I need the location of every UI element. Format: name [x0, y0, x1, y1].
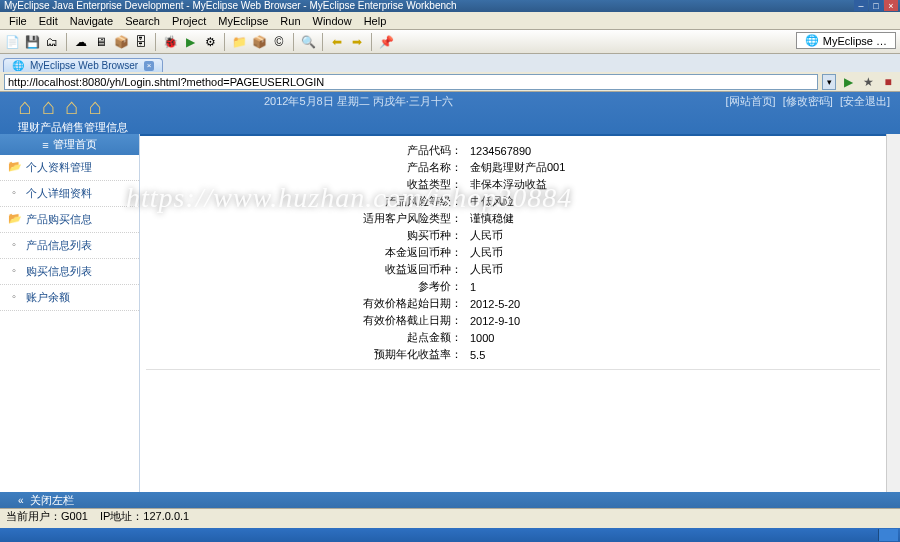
url-dropdown-icon[interactable]: ▾	[822, 74, 836, 90]
sidebar-item-purchase-list[interactable]: 购买信息列表	[0, 259, 139, 285]
new-icon[interactable]: 📄	[4, 34, 20, 50]
sidebar-item-label: 账户余额	[26, 291, 70, 303]
detail-value: 5.5	[470, 349, 485, 361]
detail-value: 人民币	[470, 245, 503, 260]
window-titlebar: MyEclipse Java Enterprise Development - …	[0, 0, 900, 12]
detail-row: 起点金额：1000	[140, 329, 886, 346]
deploy-icon[interactable]: 📦	[113, 34, 129, 50]
url-input[interactable]	[4, 74, 818, 90]
menu-myeclipse[interactable]: MyEclipse	[212, 15, 274, 27]
detail-row: 购买币种：人民币	[140, 227, 886, 244]
detail-border	[146, 369, 880, 370]
debug-icon[interactable]: 🐞	[162, 34, 178, 50]
server-icon[interactable]: 🖥	[93, 34, 109, 50]
link-change-password[interactable]: [修改密码]	[783, 95, 833, 107]
back-icon[interactable]: ⬅	[329, 34, 345, 50]
menu-run[interactable]: Run	[274, 15, 306, 27]
collapse-sidebar-bar[interactable]: « 关闭左栏	[0, 492, 900, 508]
detail-row: 参考价：1	[140, 278, 886, 295]
sidebar-item-balance[interactable]: 账户余额	[0, 285, 139, 311]
window-title: MyEclipse Java Enterprise Development - …	[4, 0, 457, 11]
detail-row: 收益类型：非保本浮动收益	[140, 176, 886, 193]
detail-label: 适用客户风险类型：	[140, 211, 470, 226]
toolbar-sep	[155, 33, 156, 51]
save-icon[interactable]: 💾	[24, 34, 40, 50]
ide-toolbar: 📄 💾 🗂 ☁ 🖥 📦 🗄 🐞 ▶ ⚙ 📁 📦 © 🔍 ⬅ ➡ 📌 🌐 MyEc…	[0, 30, 900, 54]
globe-icon: 🌐	[805, 34, 819, 47]
browser-viewport: ⌂ ⌂ ⌂ ⌂ 理财产品销售管理信息 2012年5月8日 星期二 丙戌年·三月十…	[0, 92, 900, 492]
forward-icon[interactable]: ➡	[349, 34, 365, 50]
window-close-button[interactable]: ×	[884, 0, 898, 11]
sidebar: ≡ 管理首页 个人资料管理 个人详细资料 产品购买信息 产品信息列表 购买信息列…	[0, 134, 140, 492]
minimize-button[interactable]: –	[854, 0, 868, 11]
editor-tab-row: 🌐 MyEclipse Web Browser ×	[0, 54, 900, 72]
perspective-myeclipse[interactable]: 🌐 MyEclipse …	[796, 32, 896, 49]
toolbar-sep	[66, 33, 67, 51]
ext-icon[interactable]: ⚙	[202, 34, 218, 50]
detail-value: 2012-9-10	[470, 315, 520, 327]
menu-project[interactable]: Project	[166, 15, 212, 27]
detail-row: 有效价格起始日期：2012-5-20	[140, 295, 886, 312]
menu-help[interactable]: Help	[358, 15, 393, 27]
window-controls: – □ ×	[853, 0, 898, 11]
detail-label: 本金返回币种：	[140, 245, 470, 260]
browser-address-bar: ▾ ▶ ★ ■	[0, 72, 900, 92]
sidebar-item-profile-detail[interactable]: 个人详细资料	[0, 181, 139, 207]
toolbar-sep	[293, 33, 294, 51]
maximize-button[interactable]: □	[869, 0, 883, 11]
detail-label: 产品代码：	[140, 143, 470, 158]
stop-button[interactable]: ■	[880, 74, 896, 90]
link-home[interactable]: [网站首页]	[726, 95, 776, 107]
detail-row: 产品代码：1234567890	[140, 142, 886, 159]
detail-label: 有效价格截止日期：	[140, 313, 470, 328]
status-bar: 当前用户：G001 IP地址：127.0.0.1	[0, 508, 900, 524]
sidebar-item-product-list[interactable]: 产品信息列表	[0, 233, 139, 259]
db-icon[interactable]: 🗄	[133, 34, 149, 50]
sidebar-item-purchase-info[interactable]: 产品购买信息	[0, 207, 139, 233]
detail-label: 预期年化收益率：	[140, 347, 470, 362]
link-logout[interactable]: [安全退出]	[840, 95, 890, 107]
package-icon[interactable]: 📦	[251, 34, 267, 50]
menu-bar: File Edit Navigate Search Project MyEcli…	[0, 12, 900, 30]
detail-row: 预期年化收益率：5.5	[140, 346, 886, 363]
detail-value: 金钥匙理财产品001	[470, 160, 565, 175]
app-banner: ⌂ ⌂ ⌂ ⌂ 理财产品销售管理信息 2012年5月8日 星期二 丙戌年·三月十…	[0, 92, 900, 134]
status-user: 当前用户：G001	[6, 509, 88, 524]
menu-search[interactable]: Search	[119, 15, 166, 27]
os-taskbar[interactable]	[0, 528, 900, 542]
detail-label: 购买币种：	[140, 228, 470, 243]
detail-label: 收益类型：	[140, 177, 470, 192]
detail-value: 1234567890	[470, 145, 531, 157]
detail-value: 中低风险	[470, 194, 514, 209]
system-title: 理财产品销售管理信息	[18, 120, 128, 135]
run-icon[interactable]: ▶	[182, 34, 198, 50]
menu-edit[interactable]: Edit	[33, 15, 64, 27]
detail-value: 人民币	[470, 228, 503, 243]
menu-window[interactable]: Window	[307, 15, 358, 27]
cloud-icon[interactable]: ☁	[73, 34, 89, 50]
save-all-icon[interactable]: 🗂	[44, 34, 60, 50]
vertical-scrollbar[interactable]	[886, 134, 900, 492]
tab-close-icon[interactable]: ×	[144, 61, 154, 71]
go-button[interactable]: ▶	[840, 74, 856, 90]
banner-date: 2012年5月8日 星期二 丙戌年·三月十六	[264, 94, 453, 109]
sidebar-header[interactable]: ≡ 管理首页	[0, 134, 139, 155]
detail-value: 非保本浮动收益	[470, 177, 547, 192]
detail-row: 收益返回币种：人民币	[140, 261, 886, 278]
class-icon[interactable]: ©	[271, 34, 287, 50]
sidebar-item-label: 购买信息列表	[26, 265, 92, 277]
menu-navigate[interactable]: Navigate	[64, 15, 119, 27]
system-tray[interactable]	[878, 529, 898, 541]
detail-value: 人民币	[470, 262, 503, 277]
tab-browser[interactable]: 🌐 MyEclipse Web Browser ×	[3, 58, 163, 72]
menu-file[interactable]: File	[3, 15, 33, 27]
project-icon[interactable]: 📁	[231, 34, 247, 50]
detail-row: 产品名称：金钥匙理财产品001	[140, 159, 886, 176]
detail-value: 1000	[470, 332, 494, 344]
toolbar-sep	[224, 33, 225, 51]
sidebar-item-profile-mgmt[interactable]: 个人资料管理	[0, 155, 139, 181]
search-icon[interactable]: 🔍	[300, 34, 316, 50]
tab-label: MyEclipse Web Browser	[30, 60, 138, 71]
favorite-icon[interactable]: ★	[860, 74, 876, 90]
pin-icon[interactable]: 📌	[378, 34, 394, 50]
